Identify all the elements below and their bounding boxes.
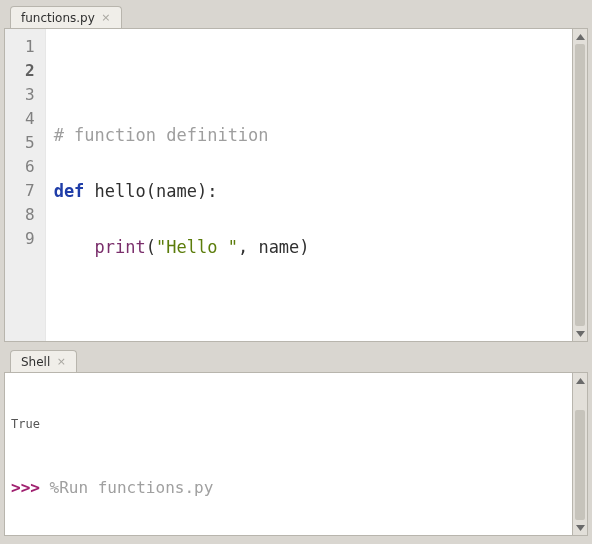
editor-tab-label: functions.py [21,11,95,25]
editor-content: 1 2 3 4 5 6 7 8 9 # function definition … [4,28,588,342]
svg-marker-2 [576,378,585,384]
shell-tab[interactable]: Shell × [10,350,77,372]
line-number: 7 [25,179,35,203]
line-number: 1 [25,35,35,59]
shell-scrollback-tail: True [11,413,566,425]
code-line: # function definition [54,123,310,147]
scroll-up-icon[interactable] [573,373,587,388]
shell-tabbar: Shell × [4,348,588,372]
line-number: 6 [25,155,35,179]
scroll-thumb[interactable] [575,44,585,326]
scroll-down-icon[interactable] [573,520,587,535]
line-number: 3 [25,83,35,107]
line-number: 2 [25,59,35,83]
shell-tab-label: Shell [21,355,50,369]
close-icon[interactable]: × [56,357,66,367]
scroll-track[interactable] [573,388,587,520]
svg-marker-0 [576,34,585,40]
line-number: 8 [25,203,35,227]
close-icon[interactable]: × [101,13,111,23]
editor-vertical-scrollbar[interactable] [572,29,587,341]
code-line: print("Hello ", name) [54,235,310,259]
shell-vertical-scrollbar[interactable] [572,373,587,535]
editor-pane: functions.py × 1 2 3 4 5 6 7 8 9 # funct… [4,4,588,344]
line-number: 5 [25,131,35,155]
code-editor[interactable]: 1 2 3 4 5 6 7 8 9 # function definition … [5,29,572,341]
code-line [54,291,310,315]
scroll-down-icon[interactable] [573,326,587,341]
line-number-gutter: 1 2 3 4 5 6 7 8 9 [5,29,46,341]
editor-tab-functions[interactable]: functions.py × [10,6,122,28]
code-line [54,67,310,91]
svg-marker-3 [576,525,585,531]
shell-prompt: >>> [11,478,50,497]
svg-marker-1 [576,331,585,337]
shell-content: True >>> %Run functions.py Hello Alice H… [4,372,588,536]
shell-command: %Run functions.py [50,478,214,497]
line-number: 9 [25,227,35,251]
shell-line: >>> %Run functions.py [11,477,566,499]
code-line: def hello(name): [54,179,310,203]
shell-terminal[interactable]: True >>> %Run functions.py Hello Alice H… [5,373,572,535]
scroll-thumb[interactable] [575,410,585,520]
scroll-up-icon[interactable] [573,29,587,44]
shell-pane: Shell × True >>> %Run functions.py Hello… [4,348,588,538]
code-area[interactable]: # function definition def hello(name): p… [46,29,318,341]
line-number: 4 [25,107,35,131]
editor-tabbar: functions.py × [4,4,588,28]
scroll-track[interactable] [573,44,587,326]
